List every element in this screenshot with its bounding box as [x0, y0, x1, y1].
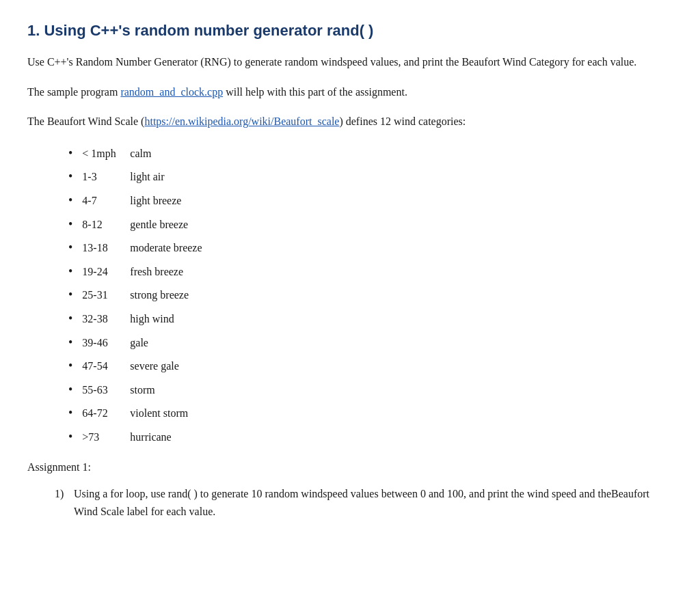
- wind-speed: 55-63: [82, 381, 130, 399]
- intro-paragraph: Use C++'s Random Number Generator (RNG) …: [27, 53, 673, 71]
- page-heading: 1. Using C++'s random number generator r…: [27, 22, 673, 40]
- assignment-label: Assignment 1:: [27, 458, 673, 476]
- beaufort-intro-prefix: The Beaufort Wind Scale (: [27, 115, 144, 127]
- wind-category-item: 8-12gentle breeze: [68, 214, 673, 235]
- wind-speed: 39-46: [82, 333, 130, 352]
- wind-category-item: 1-3light air: [68, 166, 673, 187]
- wind-label: moderate breeze: [130, 238, 202, 257]
- wind-label: gale: [130, 333, 148, 352]
- sample-program-prefix: The sample program: [27, 86, 120, 98]
- wind-label: violent storm: [130, 404, 188, 422]
- wind-category-item: 25-31strong breeze: [68, 284, 673, 305]
- wind-label: fresh breeze: [130, 262, 183, 281]
- wind-category-item: >73hurricane: [68, 426, 673, 448]
- wind-speed: 25-31: [82, 286, 130, 304]
- wind-speed: < 1mph: [82, 144, 130, 163]
- wind-category-item: < 1mphcalm: [68, 143, 673, 164]
- wind-speed: 64-72: [82, 404, 130, 422]
- wind-label: hurricane: [130, 428, 171, 446]
- wind-category-item: 55-63storm: [68, 379, 673, 400]
- assignment-item-text: Using a for loop, use rand( ) to generat…: [74, 485, 673, 520]
- wind-label: strong breeze: [130, 286, 189, 304]
- beaufort-intro-paragraph: The Beaufort Wind Scale (https://en.wiki…: [27, 113, 673, 131]
- wind-category-item: 47-54severe gale: [68, 355, 673, 376]
- sample-program-suffix: will help with this part of the assignme…: [223, 86, 407, 98]
- assignment-item: 1)Using a for loop, use rand( ) to gener…: [55, 485, 673, 520]
- wind-category-item: 64-72violent storm: [68, 402, 673, 424]
- wind-categories-list: < 1mphcalm1-3light air4-7light breeze8-1…: [68, 143, 673, 448]
- wind-category-item: 39-46gale: [68, 332, 673, 353]
- wind-label: gentle breeze: [130, 215, 188, 234]
- wind-speed: 4-7: [82, 191, 130, 210]
- assignment-items-list: 1)Using a for loop, use rand( ) to gener…: [55, 485, 673, 520]
- beaufort-intro-suffix: ) defines 12 wind categories:: [339, 115, 466, 127]
- wind-speed: 32-38: [82, 310, 130, 328]
- assignment-item-number: 1): [55, 485, 74, 503]
- wind-speed: 1-3: [82, 167, 130, 186]
- wind-speed: 8-12: [82, 215, 130, 234]
- wind-label: severe gale: [130, 357, 179, 375]
- wind-label: storm: [130, 381, 154, 399]
- wind-speed: 13-18: [82, 238, 130, 257]
- wind-label: light air: [130, 167, 164, 186]
- beaufort-scale-link[interactable]: https://en.wikipedia.org/wiki/Beaufort_s…: [144, 115, 339, 127]
- wind-speed: >73: [82, 428, 130, 446]
- wind-speed: 19-24: [82, 262, 130, 281]
- intro-text: Use C++'s Random Number Generator (RNG) …: [27, 56, 636, 68]
- wind-category-item: 4-7light breeze: [68, 190, 673, 211]
- sample-program-link[interactable]: random_and_clock.cpp: [120, 86, 223, 98]
- sample-program-paragraph: The sample program random_and_clock.cpp …: [27, 83, 673, 101]
- wind-speed: 47-54: [82, 357, 130, 375]
- wind-label: light breeze: [130, 191, 181, 210]
- wind-category-item: 13-18moderate breeze: [68, 237, 673, 258]
- wind-label: calm: [130, 144, 151, 163]
- wind-category-item: 19-24fresh breeze: [68, 261, 673, 282]
- wind-category-item: 32-38high wind: [68, 308, 673, 329]
- wind-label: high wind: [130, 310, 174, 328]
